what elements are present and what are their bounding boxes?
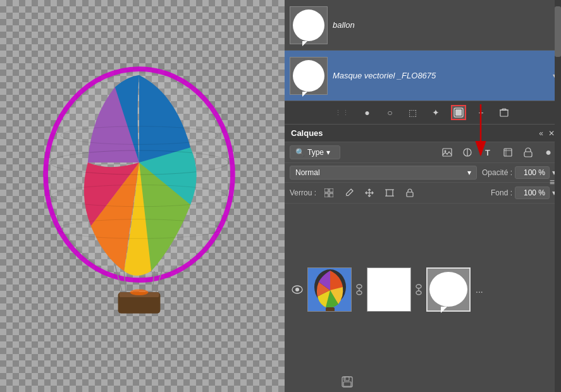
type-dropdown[interactable]: 🔍 Type ▾	[290, 145, 340, 159]
save-icon[interactable]	[342, 376, 353, 388]
svg-rect-14	[455, 109, 462, 116]
balloon-svg	[32, 57, 247, 322]
save-icon-area	[342, 376, 353, 389]
balloon-container	[19, 19, 259, 360]
layer-icon-toolbar: ⋮⋮ ● ○ ⬚ ✦ +	[285, 101, 561, 125]
thumb-balloon-svg	[308, 268, 352, 312]
svg-point-41	[295, 288, 299, 291]
calques-title: Calques	[291, 128, 323, 138]
search-icon-small: 🔍	[295, 148, 305, 157]
chain-link-1	[354, 282, 364, 297]
white-mask-thumb[interactable]	[367, 267, 411, 312]
eye-visibility-btn[interactable]	[290, 282, 305, 297]
svg-rect-24	[504, 149, 512, 156]
lock-label: Verrou :	[290, 188, 316, 197]
collapse-icon[interactable]: «	[539, 129, 543, 138]
svg-rect-31	[330, 193, 333, 197]
svg-rect-30	[324, 193, 328, 197]
smart-filter-btn[interactable]: ✦	[428, 105, 443, 120]
canvas-area	[0, 0, 285, 392]
filter-shape-btn[interactable]	[500, 145, 515, 160]
gradient-filter-icon	[462, 147, 472, 157]
dashed-selection-btn[interactable]: ⬚	[405, 105, 421, 120]
filter-gradient-btn[interactable]	[460, 145, 475, 160]
opacity-label: Opacité :	[482, 168, 512, 177]
right-panel: ballon Masque vectoriel _FLO8675 ▾ ⋮⋮ ● …	[285, 0, 561, 392]
type-label: Type	[307, 148, 324, 157]
delete-layer-btn[interactable]	[496, 105, 512, 120]
svg-rect-44	[326, 307, 335, 312]
close-panel-icon[interactable]: ✕	[548, 129, 555, 138]
main-scrollbar[interactable]	[555, 0, 561, 392]
svg-point-21	[445, 150, 447, 152]
lock-pixel-icon	[324, 188, 333, 197]
circle-mask-btn[interactable]: ○	[383, 105, 398, 120]
vector-mask-thumb[interactable]	[426, 267, 471, 312]
lock-brush-btn[interactable]	[342, 185, 357, 200]
layer-row-masque[interactable]: Masque vectoriel _FLO8675 ▾	[285, 51, 561, 101]
vector-mask-bubble	[429, 272, 467, 307]
brush-lock-icon	[345, 188, 354, 197]
calques-header-icons: « ✕	[539, 129, 555, 138]
svg-rect-29	[330, 188, 333, 192]
svg-point-46	[357, 291, 362, 295]
lock-move-btn[interactable]	[362, 185, 377, 200]
all-lock-icon	[406, 188, 414, 197]
image-filter-icon	[442, 147, 452, 157]
svg-point-49	[416, 291, 421, 295]
filter-lock-btn[interactable]	[521, 145, 536, 160]
add-layer-btn[interactable]: +	[474, 105, 489, 120]
save-area	[285, 375, 561, 392]
blend-row: Normal ▾ Opacité : 100 % ▾	[285, 163, 561, 183]
lock-artboard-btn[interactable]	[382, 185, 397, 200]
filter-icons: T ●	[345, 145, 556, 160]
properties-panel: ballon Masque vectoriel _FLO8675 ▾ ⋮⋮ ● …	[285, 0, 561, 125]
fond-group: Fond : 100 % ▾	[491, 187, 556, 199]
svg-rect-20	[443, 149, 452, 156]
lock-icons	[321, 185, 417, 200]
svg-rect-15	[500, 110, 508, 116]
layer-thumbnails-row: ...	[285, 204, 561, 375]
lock-all-btn[interactable]	[402, 185, 417, 200]
trash-icon	[500, 108, 509, 117]
scrollbar-thumb[interactable]	[555, 6, 561, 57]
filter-image-btn[interactable]	[440, 145, 455, 160]
svg-rect-52	[344, 377, 349, 381]
chain-icon-svg-2	[415, 283, 422, 296]
layer-row-ballon[interactable]: ballon	[285, 0, 561, 51]
fond-value[interactable]: 100 %	[515, 187, 550, 199]
svg-point-48	[416, 285, 421, 288]
shape-filter-icon	[503, 147, 513, 157]
blend-mode-arrow: ▾	[467, 168, 471, 177]
panel-menu-icon[interactable]: ≡	[550, 177, 555, 187]
svg-rect-39	[407, 192, 413, 197]
layer-name-masque: Masque vectoriel _FLO8675	[333, 71, 548, 80]
blend-mode-dropdown[interactable]: Normal ▾	[290, 166, 477, 180]
vector-mask-btn[interactable]	[451, 105, 466, 120]
fond-label: Fond :	[491, 188, 512, 197]
lock-pixel-btn[interactable]	[321, 185, 336, 200]
svg-rect-53	[343, 382, 351, 386]
chain-link-2	[414, 282, 424, 297]
opacity-value[interactable]: 100 %	[515, 166, 550, 179]
speech-bubble-icon-1	[293, 9, 324, 41]
blend-mode-value: Normal	[295, 168, 320, 177]
svg-rect-17	[502, 109, 506, 110]
pixel-mask-btn[interactable]: ●	[360, 105, 375, 120]
lock-row: Verrou :	[285, 183, 561, 204]
svg-rect-34	[386, 190, 393, 196]
eye-icon	[292, 285, 303, 294]
svg-rect-28	[324, 188, 328, 192]
svg-point-12	[130, 290, 149, 296]
balloon-photo-thumb[interactable]	[307, 267, 352, 312]
more-options-btn[interactable]: ...	[476, 285, 483, 295]
opacity-group: Opacité : 100 % ▾	[482, 166, 556, 179]
filter-text-btn[interactable]: T	[480, 145, 495, 160]
chain-icon-svg-1	[355, 283, 363, 296]
layer-thumb-ballon	[290, 6, 328, 44]
vector-mask-icon	[453, 107, 464, 118]
move-lock-icon	[365, 188, 374, 197]
filter-effect-btn[interactable]: ●	[541, 145, 556, 160]
calques-panel-header: Calques « ✕ ≡	[285, 125, 561, 142]
type-arrow: ▾	[326, 148, 330, 157]
